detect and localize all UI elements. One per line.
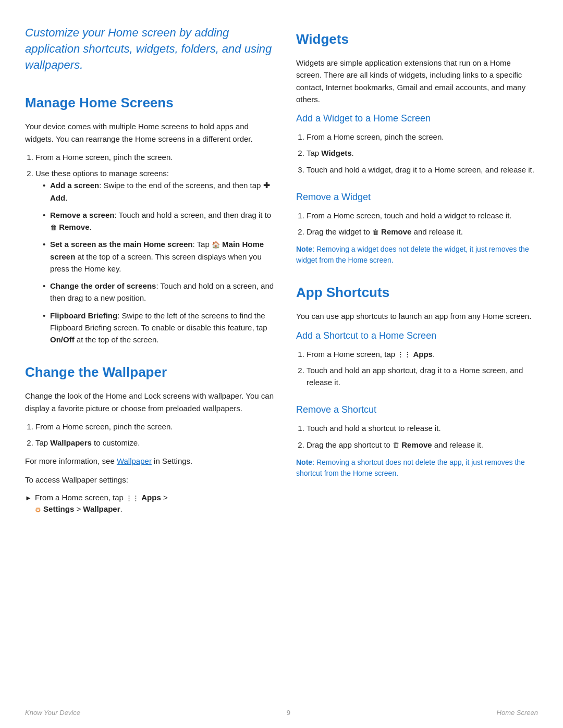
add-shortcut-section: Add a Shortcut to a Home Screen From a H… bbox=[296, 329, 538, 389]
page-layout: Customize your Home screen by adding app… bbox=[0, 0, 563, 551]
trash-icon: 🗑 bbox=[372, 227, 379, 238]
list-item: From a Home screen, pinch the screen. bbox=[307, 131, 538, 143]
home-icon: 🏠 bbox=[212, 240, 220, 250]
manage-home-intro: Your device comes with multiple Home scr… bbox=[25, 120, 275, 145]
note-label: Note bbox=[296, 245, 312, 253]
widgets-intro: Widgets are simple application extension… bbox=[296, 57, 538, 105]
list-item: Touch and hold an app shortcut, drag it … bbox=[307, 364, 538, 389]
wallpaper-section: Change the Wallpaper Change the look of … bbox=[25, 362, 275, 515]
page-number: 9 bbox=[287, 708, 290, 718]
add-shortcut-steps: From a Home screen, tap ⋮⋮ Apps. Touch a… bbox=[296, 348, 538, 389]
bullet-label: Flipboard Briefing bbox=[50, 311, 117, 320]
list-item: Touch and hold a widget, drag it to a Ho… bbox=[307, 164, 538, 176]
arrow-icon: ► bbox=[25, 493, 32, 503]
manage-home-section: Manage Home Screens Your device comes wi… bbox=[25, 93, 275, 346]
add-widget-steps: From a Home screen, pinch the screen. Ta… bbox=[296, 131, 538, 176]
list-item: Set a screen as the main Home screen: Ta… bbox=[44, 238, 275, 275]
left-column: Customize your Home screen by adding app… bbox=[25, 25, 275, 530]
wallpaper-intro: Change the look of the Home and Lock scr… bbox=[25, 390, 275, 414]
app-shortcuts-heading: App Shortcuts bbox=[296, 282, 538, 303]
app-shortcuts-section: App Shortcuts You can use app shortcuts … bbox=[296, 282, 538, 479]
grid-icon: ⋮⋮ bbox=[126, 493, 139, 503]
footer: Know Your Device 9 Home Screen bbox=[0, 708, 563, 718]
manage-home-steps: From a Home screen, pinch the screen. Us… bbox=[25, 151, 275, 346]
right-column: Widgets Widgets are simple application e… bbox=[296, 25, 538, 530]
remove-shortcut-section: Remove a Shortcut Touch and hold a short… bbox=[296, 403, 538, 479]
wallpaper-more-info: For more information, see Wallpaper in S… bbox=[25, 455, 275, 467]
list-item: From a Home screen, touch and hold a wid… bbox=[307, 209, 538, 221]
remove-widget-section: Remove a Widget From a Home screen, touc… bbox=[296, 190, 538, 266]
add-shortcut-heading: Add a Shortcut to a Home Screen bbox=[296, 329, 538, 343]
remove-widget-heading: Remove a Widget bbox=[296, 190, 538, 204]
wallpaper-heading: Change the Wallpaper bbox=[25, 362, 275, 382]
trash-icon: 🗑 bbox=[50, 223, 57, 233]
manage-home-bullets: Add a screen: Swipe to the end of the sc… bbox=[35, 179, 275, 346]
trash-icon: 🗑 bbox=[393, 440, 399, 450]
bullet-label: Change the order of screens bbox=[50, 281, 156, 290]
remove-shortcut-heading: Remove a Shortcut bbox=[296, 403, 538, 417]
wallpaper-arrow-text: From a Home screen, tap ⋮⋮ Apps >⚙ Setti… bbox=[35, 492, 168, 515]
plus-icon: ✚ bbox=[263, 181, 270, 190]
list-item: Use these options to manage screens: Add… bbox=[35, 167, 275, 346]
remove-shortcut-note: Note: Removing a shortcut does not delet… bbox=[296, 457, 538, 479]
widgets-heading: Widgets bbox=[296, 29, 538, 50]
list-item: Remove a screen: Touch and hold a screen… bbox=[44, 209, 275, 233]
list-item: Tap Widgets. bbox=[307, 147, 538, 159]
settings-icon: ⚙ bbox=[35, 505, 41, 515]
app-shortcuts-intro: You can use app shortcuts to launch an a… bbox=[296, 310, 538, 322]
list-item: From a Home screen, pinch the screen. bbox=[35, 421, 275, 433]
footer-left: Know Your Device bbox=[25, 708, 80, 718]
list-item: Tap Wallpapers to customize. bbox=[35, 437, 275, 449]
list-item: From a Home screen, pinch the screen. bbox=[35, 151, 275, 163]
wallpaper-access: To access Wallpaper settings: bbox=[25, 474, 275, 486]
bullet-label: Set a screen as the main Home screen bbox=[50, 240, 192, 249]
intro-text: Customize your Home screen by adding app… bbox=[25, 25, 275, 73]
list-item: Drag the widget to 🗑 Remove and release … bbox=[307, 226, 538, 238]
remove-widget-steps: From a Home screen, touch and hold a wid… bbox=[296, 209, 538, 238]
bullet-label: Remove a screen bbox=[50, 211, 114, 219]
list-item: Touch and hold a shortcut to release it. bbox=[307, 422, 538, 434]
wallpaper-link[interactable]: Wallpaper bbox=[117, 456, 152, 465]
remove-widget-note: Note: Removing a widget does not delete … bbox=[296, 244, 538, 266]
bullet-label: Add a screen bbox=[50, 181, 99, 190]
footer-right: Home Screen bbox=[497, 708, 538, 718]
wallpaper-steps: From a Home screen, pinch the screen. Ta… bbox=[25, 421, 275, 449]
add-widget-section: Add a Widget to a Home Screen From a Hom… bbox=[296, 112, 538, 176]
grid-icon: ⋮⋮ bbox=[397, 349, 411, 360]
remove-shortcut-steps: Touch and hold a shortcut to release it.… bbox=[296, 422, 538, 451]
list-item: From a Home screen, tap ⋮⋮ Apps. bbox=[307, 348, 538, 360]
list-item: Flipboard Briefing: Swipe to the left of… bbox=[44, 310, 275, 346]
widgets-section: Widgets Widgets are simple application e… bbox=[296, 29, 538, 266]
note-label: Note bbox=[296, 458, 312, 466]
add-widget-heading: Add a Widget to a Home Screen bbox=[296, 112, 538, 126]
wallpaper-arrow-item: ► From a Home screen, tap ⋮⋮ Apps >⚙ Set… bbox=[25, 492, 275, 515]
manage-home-heading: Manage Home Screens bbox=[25, 93, 275, 113]
list-item: Change the order of screens: Touch and h… bbox=[44, 280, 275, 304]
list-item: Add a screen: Swipe to the end of the sc… bbox=[44, 179, 275, 204]
list-item: Drag the app shortcut to 🗑 Remove and re… bbox=[307, 439, 538, 451]
